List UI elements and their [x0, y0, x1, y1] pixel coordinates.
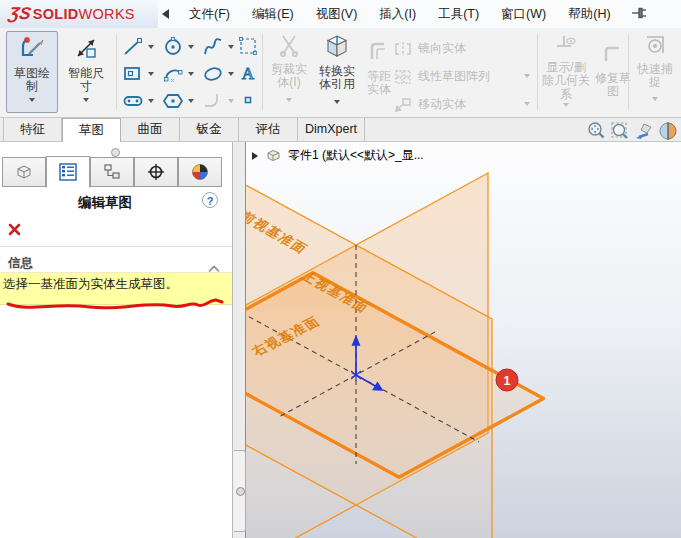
solidworks-window: ƷS SOLIDWORKS 文件(F) 编辑(E) 视图(V) 插入(I) 工具… [0, 0, 681, 538]
convert-entities-label: 转换实体引用 [315, 65, 359, 92]
displaymanager-tab[interactable] [178, 157, 222, 187]
smart-dimension-caret[interactable] [83, 98, 89, 102]
rectangle-caret[interactable] [148, 72, 154, 76]
menu-item-file[interactable]: 文件(F) [178, 6, 241, 23]
panel-title: 编辑草图 [0, 194, 210, 212]
menu-item-window[interactable]: 窗口(W) [490, 6, 557, 23]
trim-caret[interactable] [286, 98, 292, 102]
zoom-area-icon[interactable] [610, 121, 630, 141]
menu-collapse-arrow-icon[interactable] [162, 9, 169, 19]
quick-snaps-icon [643, 33, 667, 61]
help-icon[interactable]: ? [202, 192, 218, 208]
rectangle-tool[interactable] [122, 63, 154, 85]
tab-dimxpert[interactable]: DimXpert [298, 118, 365, 141]
slot-caret[interactable] [148, 99, 154, 103]
balloon-1[interactable]: 1 [496, 369, 518, 391]
convert-caret[interactable] [334, 100, 340, 104]
move-entities-button[interactable]: 移动实体 [394, 96, 466, 113]
balloon-number: 1 [504, 374, 511, 388]
quick-snaps-caret[interactable] [652, 97, 658, 101]
tab-features[interactable]: 特征 [3, 118, 62, 141]
arc-icon [162, 63, 184, 85]
linear-pattern-label: 线性草图阵列 [418, 68, 490, 85]
panel-divider [0, 246, 232, 247]
convert-entities-button[interactable]: 转换实体引用 [312, 33, 362, 104]
polygon-tool[interactable] [162, 90, 194, 112]
tab-surfaces[interactable]: 曲面 [121, 118, 180, 141]
sketch-button[interactable]: 草图绘制 [6, 31, 58, 113]
ribbon-separator [628, 34, 629, 110]
zoom-fit-icon[interactable] [586, 121, 606, 141]
pin-menu-icon[interactable] [622, 5, 657, 23]
display-delete-caret[interactable] [563, 103, 569, 107]
featuremanager-tree-tab[interactable] [2, 157, 46, 187]
polygon-caret[interactable] [188, 99, 194, 103]
fillet-icon [202, 90, 224, 112]
move-entities-label: 移动实体 [418, 96, 466, 113]
panel-splitter[interactable] [233, 142, 246, 538]
fillet-caret[interactable] [228, 99, 234, 103]
ellipse-caret[interactable] [228, 72, 234, 76]
part-icon [265, 148, 282, 163]
trim-entities-button[interactable]: 剪裁实体(I) [266, 33, 312, 102]
move-entities-caret[interactable] [524, 102, 530, 106]
ellipse-icon [202, 63, 224, 85]
quick-snaps-button[interactable]: 快速捕捉 [632, 33, 678, 101]
message-text: 选择一基准面为实体生成草图。 [3, 277, 178, 292]
line-caret[interactable] [148, 45, 154, 49]
line-icon [122, 36, 144, 58]
section-view-icon[interactable] [658, 121, 678, 141]
menu-item-insert[interactable]: 插入(I) [368, 6, 427, 23]
flyout-feature-tree[interactable]: 零件1 (默认<<默认>_显... [252, 147, 424, 164]
mirror-entities-button[interactable]: 镜向实体 [394, 40, 466, 57]
cancel-icon[interactable] [8, 222, 21, 235]
splitter-collapse-dot[interactable] [236, 487, 245, 496]
arc-tool[interactable] [162, 63, 194, 85]
menu-item-edit[interactable]: 编辑(E) [241, 6, 305, 23]
previous-view-icon[interactable] [634, 121, 654, 141]
display-delete-relations-button[interactable]: 显示/删除几何关系 [541, 33, 591, 107]
propertymanager-tab[interactable] [46, 156, 90, 188]
linear-pattern-caret[interactable] [524, 74, 530, 78]
solidworks-logo: ƷS SOLIDWORKS [0, 0, 158, 28]
instant2d-tool[interactable] [238, 36, 258, 56]
menu-item-view[interactable]: 视图(V) [305, 6, 369, 23]
smart-dimension-button[interactable]: 智能尺寸 [60, 32, 112, 112]
tab-evaluate[interactable]: 评估 [239, 118, 298, 141]
circle-tool[interactable] [162, 36, 194, 58]
dimxpertmanager-tab[interactable] [134, 157, 178, 187]
mirror-entities-label: 镜向实体 [418, 40, 466, 57]
configuration-icon [102, 163, 122, 181]
point-tool[interactable] [240, 92, 256, 108]
svg-text:A: A [242, 64, 255, 83]
splitter-grab-handle[interactable] [234, 450, 246, 532]
offset-entities-button[interactable]: 等距实体 [363, 40, 395, 97]
graphics-area[interactable]: 1 前视基准面 上视基准面 右视基准面 零件1 (默认<<默认>_显... [246, 142, 681, 538]
ellipse-tool[interactable] [202, 63, 234, 85]
quick-snaps-label: 快速捕捉 [634, 63, 676, 90]
tab-sketch[interactable]: 草图 [62, 118, 121, 142]
menu-item-tools[interactable]: 工具(T) [427, 6, 490, 23]
menu-item-help[interactable]: 帮助(H) [557, 6, 621, 23]
panel-splitter-dot[interactable] [111, 148, 120, 157]
property-list-icon [58, 163, 78, 181]
configurationmanager-tab[interactable] [90, 157, 134, 187]
spline-caret[interactable] [228, 45, 234, 49]
sketch-text-tool[interactable]: A [238, 63, 258, 83]
offset-entities-label: 等距实体 [364, 70, 394, 97]
circle-icon [162, 36, 184, 58]
tab-sheet-metal[interactable]: 钣金 [180, 118, 239, 141]
linear-pattern-button[interactable]: 线性草图阵列 [394, 68, 490, 85]
slot-tool[interactable] [122, 90, 154, 112]
line-tool[interactable] [122, 36, 154, 58]
tree-expand-arrow-icon[interactable] [252, 152, 258, 160]
logo-text-light: WORKS [79, 6, 135, 22]
trim-entities-icon [277, 33, 301, 61]
display-delete-relations-icon [554, 33, 578, 59]
fillet-tool[interactable] [202, 90, 234, 112]
sketch-dropdown-caret[interactable] [29, 98, 35, 102]
message-section-header: 信息 [8, 255, 33, 272]
spline-tool[interactable] [202, 36, 234, 58]
arc-caret[interactable] [188, 72, 194, 76]
circle-caret[interactable] [188, 45, 194, 49]
